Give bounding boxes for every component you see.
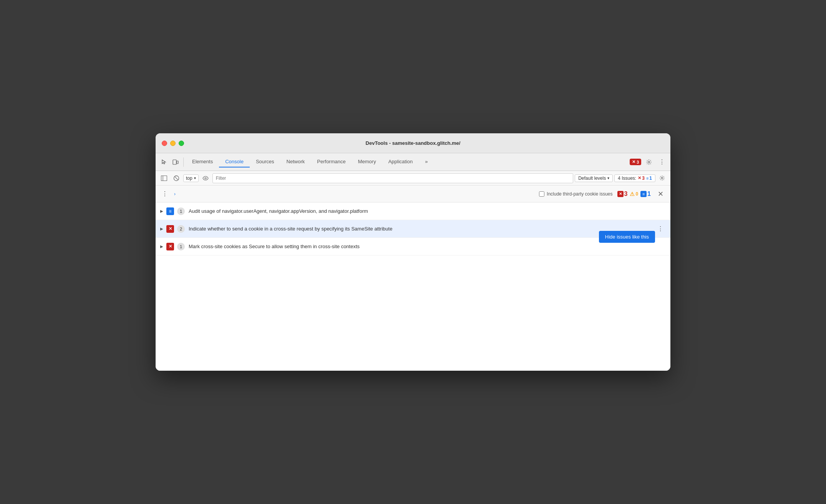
tab-list: Elements Console Sources Network Perform… bbox=[186, 156, 629, 167]
issues-error-badge: ✕ 3 bbox=[638, 176, 645, 181]
issues-list: ▶ ≡ 1 Audit usage of navigator.userAgent… bbox=[156, 202, 670, 255]
issues-label: 4 Issues: bbox=[618, 176, 636, 181]
tab-memory[interactable]: Memory bbox=[352, 156, 382, 167]
issue-count-1: 1 bbox=[177, 207, 185, 215]
toolbar-right: ✕ 3 ⋮ bbox=[630, 157, 667, 167]
summary-info-badge: ≡ 1 bbox=[640, 191, 651, 197]
tab-more[interactable]: » bbox=[419, 156, 434, 167]
issue-type-icon-2: ✕ bbox=[166, 225, 174, 233]
tab-network[interactable]: Network bbox=[280, 156, 311, 167]
summary-warning-badge: ⚠ 0 bbox=[630, 191, 638, 197]
issue-row-1[interactable]: ▶ ≡ 1 Audit usage of navigator.userAgent… bbox=[156, 202, 670, 220]
svg-line-6 bbox=[174, 176, 178, 180]
console-settings-button[interactable] bbox=[657, 174, 667, 182]
clear-console-button[interactable] bbox=[171, 174, 182, 182]
error-icon-3: ✕ bbox=[169, 244, 172, 249]
issues-summary-badges: ✕ 3 ⚠ 0 ≡ 1 bbox=[617, 191, 651, 197]
issue-text-3: Mark cross-site cookies as Secure to all… bbox=[189, 244, 666, 249]
summary-error-icon: ✕ bbox=[617, 191, 624, 197]
issues-count-display: 4 Issues: ✕ 3 ≡ 1 bbox=[614, 174, 655, 182]
summary-error-count: 3 bbox=[624, 191, 628, 197]
error-count-value: 3 bbox=[637, 160, 639, 164]
more-options-button[interactable]: ⋮ bbox=[657, 157, 667, 167]
warning-icon: ⚠ bbox=[630, 191, 635, 197]
tab-performance[interactable]: Performance bbox=[311, 156, 352, 167]
default-levels-label: Default levels bbox=[578, 176, 606, 181]
device-toolbar-button[interactable] bbox=[170, 158, 181, 167]
summary-info-icon: ≡ bbox=[640, 191, 647, 197]
prohibition-icon bbox=[173, 175, 179, 181]
third-party-label: Include third-party cookie issues bbox=[547, 191, 612, 197]
expand-icon-1[interactable]: ▶ bbox=[160, 209, 163, 213]
svg-rect-3 bbox=[161, 176, 167, 181]
more-dots-icon: ⋮ bbox=[659, 158, 665, 166]
issue-count-2: 2 bbox=[177, 225, 185, 233]
window-title: DevTools - samesite-sandbox.glitch.me/ bbox=[366, 140, 461, 146]
svg-rect-1 bbox=[177, 161, 178, 164]
sidebar-toggle-button[interactable] bbox=[159, 174, 169, 182]
close-button[interactable] bbox=[162, 141, 167, 146]
issue-type-icon-3: ✕ bbox=[166, 243, 174, 250]
title-bar: DevTools - samesite-sandbox.glitch.me/ bbox=[156, 133, 670, 153]
issue-text-1: Audit usage of navigator.userAgent, navi… bbox=[189, 208, 666, 214]
gear-icon bbox=[646, 159, 652, 165]
settings-button[interactable] bbox=[644, 158, 654, 167]
issues-info-badge: ≡ 1 bbox=[646, 176, 652, 181]
issue-more-button-2[interactable]: ⋮ bbox=[655, 224, 666, 234]
inspect-element-button[interactable] bbox=[159, 158, 169, 167]
tab-sources[interactable]: Sources bbox=[250, 156, 280, 167]
chevron-down-icon: ▾ bbox=[194, 176, 196, 180]
svg-point-8 bbox=[661, 177, 663, 179]
empty-area bbox=[156, 255, 670, 371]
third-party-cookie-checkbox-label[interactable]: Include third-party cookie issues bbox=[539, 191, 612, 197]
summary-error-badge: ✕ 3 bbox=[617, 191, 628, 197]
maximize-button[interactable] bbox=[179, 141, 184, 146]
cursor-icon bbox=[161, 159, 167, 165]
live-expressions-button[interactable] bbox=[200, 175, 211, 182]
default-levels-dropdown[interactable]: Default levels ▾ bbox=[575, 174, 613, 182]
minimize-button[interactable] bbox=[170, 141, 176, 146]
filter-input[interactable] bbox=[212, 173, 573, 183]
issues-info-icon: ≡ bbox=[646, 176, 649, 181]
device-icon bbox=[172, 159, 179, 165]
error-icon-2: ✕ bbox=[169, 226, 172, 231]
third-party-cookie-checkbox[interactable] bbox=[539, 191, 544, 197]
traffic-lights bbox=[162, 141, 184, 146]
expand-icon-2[interactable]: ▶ bbox=[160, 227, 163, 231]
issues-info-count: 1 bbox=[649, 176, 652, 181]
issue-type-icon-1: ≡ bbox=[166, 207, 174, 215]
summary-info-count: 1 bbox=[647, 191, 651, 197]
svg-rect-0 bbox=[173, 160, 176, 164]
context-selector[interactable]: top ▾ bbox=[183, 174, 199, 182]
sidebar-icon bbox=[161, 176, 167, 181]
issue-text-2: Indicate whether to send a cookie in a c… bbox=[189, 226, 655, 232]
hide-issues-popup[interactable]: Hide issues like this bbox=[599, 231, 655, 243]
main-toolbar: Elements Console Sources Network Perform… bbox=[156, 153, 670, 171]
issues-error-x-icon: ✕ bbox=[638, 176, 641, 181]
expand-arrow-icon: › bbox=[174, 191, 176, 197]
tab-elements[interactable]: Elements bbox=[186, 156, 219, 167]
console-toolbar: top ▾ Default levels ▾ 4 Issues: ✕ 3 ≡ bbox=[156, 171, 670, 186]
tab-application[interactable]: Application bbox=[382, 156, 419, 167]
issue-row-2[interactable]: ▶ ✕ 2 Indicate whether to send a cookie … bbox=[156, 220, 670, 238]
svg-point-7 bbox=[205, 177, 206, 179]
console-gear-icon bbox=[659, 175, 665, 181]
toolbar-separator bbox=[183, 158, 184, 167]
error-x-icon: ✕ bbox=[632, 159, 635, 164]
error-count-badge: ✕ 3 bbox=[630, 159, 641, 165]
issues-panel-top: ⋮ › Include third-party cookie issues ✕ … bbox=[156, 186, 670, 202]
issues-error-count: 3 bbox=[642, 176, 645, 181]
eye-icon bbox=[202, 176, 209, 181]
devtools-window: DevTools - samesite-sandbox.glitch.me/ E… bbox=[156, 133, 670, 371]
summary-warning-count: 0 bbox=[635, 191, 638, 197]
issue-row-3[interactable]: ▶ ✕ 1 Mark cross-site cookies as Secure … bbox=[156, 238, 670, 255]
issues-panel-close-button[interactable]: ✕ bbox=[655, 189, 666, 199]
panel-menu-button[interactable]: ⋮ bbox=[160, 189, 169, 199]
context-label: top bbox=[186, 176, 192, 181]
expand-icon-3[interactable]: ▶ bbox=[160, 244, 163, 249]
default-levels-chevron: ▾ bbox=[607, 176, 609, 180]
tab-console[interactable]: Console bbox=[219, 156, 250, 167]
svg-point-2 bbox=[648, 161, 650, 163]
info-icon-1: ≡ bbox=[169, 209, 171, 214]
issue-count-3: 1 bbox=[177, 243, 185, 250]
